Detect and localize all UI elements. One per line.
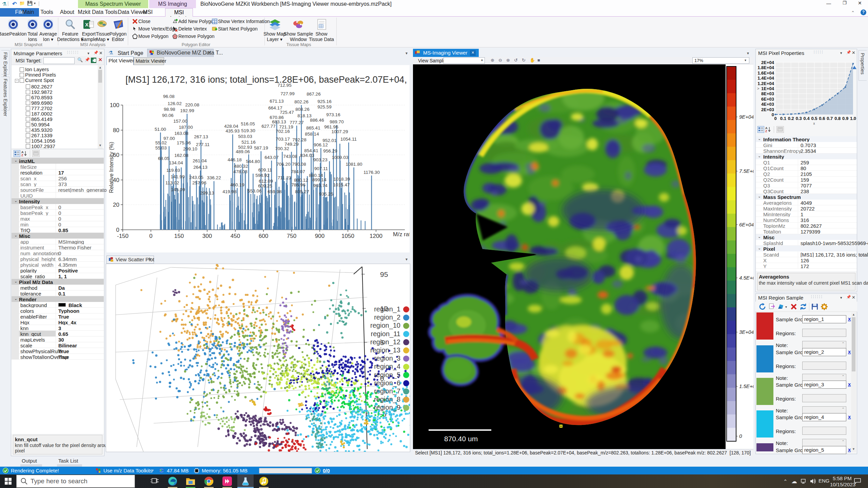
svg-text:162.08: 162.08 xyxy=(174,153,188,158)
svg-text:55.02: 55.02 xyxy=(155,140,167,145)
svg-text:119.03: 119.03 xyxy=(166,168,180,173)
svg-text:˃: ˃ xyxy=(757,86,759,90)
svg-text:900: 900 xyxy=(315,233,324,239)
svg-text:2E+03: 2E+03 xyxy=(761,107,774,112)
svg-text:800.12: 800.12 xyxy=(294,178,308,183)
svg-text:[MS1] 126,172, 316 ions; total: [MS1] 126,172, 316 ions; total_ions=1.28… xyxy=(125,75,410,85)
svg-text:1176.30: 1176.30 xyxy=(363,170,380,175)
svg-text:100: 100 xyxy=(110,102,119,108)
svg-text:683.13: 683.13 xyxy=(272,119,286,124)
svg-text:428.04: 428.04 xyxy=(224,124,238,129)
svg-text:267.13: 267.13 xyxy=(194,134,208,139)
svg-text:0.2: 0.2 xyxy=(788,116,794,121)
svg-text:Z: Z xyxy=(21,154,23,157)
svg-text:6E+03: 6E+03 xyxy=(761,97,774,102)
svg-text:834.03: 834.03 xyxy=(300,153,314,158)
svg-text:0: 0 xyxy=(772,112,774,117)
svg-text:region_3: region_3 xyxy=(374,354,400,362)
svg-text:808.26: 808.26 xyxy=(295,107,309,112)
svg-text:711.23: 711.23 xyxy=(278,175,291,180)
svg-text:935.25: 935.25 xyxy=(319,191,333,197)
svg-text:300: 300 xyxy=(202,233,212,239)
svg-text:98.98: 98.98 xyxy=(164,107,175,112)
svg-text:516.05: 516.05 xyxy=(241,121,255,126)
svg-text:3E+04: 3E+04 xyxy=(739,329,753,335)
svg-text:257.96: 257.96 xyxy=(192,180,206,185)
svg-text:903.74: 903.74 xyxy=(313,183,328,188)
svg-text:989.70: 989.70 xyxy=(330,119,343,124)
svg-text:907.11: 907.11 xyxy=(314,166,328,171)
svg-text:80: 80 xyxy=(113,127,119,134)
svg-text:519.30: 519.30 xyxy=(241,128,255,133)
svg-text:870.40 um: 870.40 um xyxy=(444,435,478,443)
svg-text:792.28: 792.28 xyxy=(292,137,306,142)
svg-text:51.00: 51.00 xyxy=(155,127,166,132)
svg-text:818.13: 818.13 xyxy=(297,113,311,118)
svg-text:609.11: 609.11 xyxy=(258,167,272,172)
svg-text:956.29: 956.29 xyxy=(323,148,337,154)
svg-text:703.17: 703.17 xyxy=(276,137,290,142)
svg-text:7.5E+04: 7.5E+04 xyxy=(739,168,753,174)
svg-text:643.07: 643.07 xyxy=(264,155,278,160)
svg-text:9E+04: 9E+04 xyxy=(739,114,753,120)
svg-text:157.00: 157.00 xyxy=(173,119,187,124)
svg-text:1.8E+04: 1.8E+04 xyxy=(757,65,774,70)
svg-text:2E+04: 2E+04 xyxy=(761,60,774,65)
svg-text:1.0: 1.0 xyxy=(850,116,856,121)
svg-text:0.3: 0.3 xyxy=(796,116,802,121)
svg-text:0.1: 0.1 xyxy=(780,116,786,121)
svg-text:x: x xyxy=(92,59,94,62)
svg-text:264.13: 264.13 xyxy=(193,165,207,170)
svg-text:95: 95 xyxy=(380,270,388,278)
svg-text:743.08: 743.08 xyxy=(283,154,297,159)
svg-text:region_9: region_9 xyxy=(374,404,400,411)
svg-text:544.80: 544.80 xyxy=(246,159,260,164)
svg-text:277.11: 277.11 xyxy=(196,142,210,147)
svg-text:786.96: 786.96 xyxy=(291,182,305,187)
svg-text:6E+04: 6E+04 xyxy=(739,222,753,227)
svg-text:1081.80: 1081.80 xyxy=(346,162,362,167)
svg-text:712.95: 712.95 xyxy=(277,83,291,88)
svg-text:903.23: 903.23 xyxy=(313,157,327,162)
svg-text:750: 750 xyxy=(287,233,296,239)
svg-text:1E+04: 1E+04 xyxy=(761,86,774,91)
svg-text:x: x xyxy=(813,122,815,125)
svg-text:113.02: 113.02 xyxy=(165,180,179,185)
svg-text:1018.39: 1018.39 xyxy=(334,177,350,182)
svg-text:865.41: 865.41 xyxy=(306,125,320,130)
svg-text:805.27: 805.27 xyxy=(295,189,309,194)
svg-text:region_11: region_11 xyxy=(371,330,400,338)
svg-text:802.26: 802.26 xyxy=(294,99,308,104)
svg-text:671.13: 671.13 xyxy=(270,99,283,104)
svg-text:664.17: 664.17 xyxy=(268,105,282,110)
svg-text:187.00: 187.00 xyxy=(179,125,193,130)
svg-text:region_13: region_13 xyxy=(370,346,400,354)
svg-text:706.20: 706.20 xyxy=(276,162,290,167)
svg-text:1200: 1200 xyxy=(370,233,382,239)
svg-text:1009.03: 1009.03 xyxy=(332,155,349,160)
svg-text:region_7: region_7 xyxy=(374,387,400,395)
svg-text:8E+03: 8E+03 xyxy=(761,91,774,96)
svg-text:899.14: 899.14 xyxy=(312,177,327,182)
svg-text:68.05: 68.05 xyxy=(158,156,170,161)
svg-text:478.03: 478.03 xyxy=(233,169,247,174)
svg-text:299.13: 299.13 xyxy=(200,190,214,196)
svg-text:0.8: 0.8 xyxy=(834,116,841,121)
svg-text:261.04: 261.04 xyxy=(193,158,207,163)
svg-text:952.01: 952.01 xyxy=(322,138,336,143)
svg-text:460.19: 460.19 xyxy=(230,182,244,187)
svg-text:925.59: 925.59 xyxy=(317,104,331,109)
svg-text:700.32: 700.32 xyxy=(275,146,289,151)
svg-text:906.12: 906.12 xyxy=(314,142,328,147)
svg-text:0: 0 xyxy=(116,227,119,233)
svg-text:659.98: 659.98 xyxy=(268,189,281,194)
svg-text:502.93: 502.93 xyxy=(238,145,252,150)
svg-text:region_12: region_12 xyxy=(370,338,400,346)
svg-text:55.03: 55.03 xyxy=(155,145,167,150)
svg-text:X: X xyxy=(85,22,88,27)
svg-text:503.03: 503.03 xyxy=(238,134,252,139)
svg-text:1.4E+04: 1.4E+04 xyxy=(757,76,774,81)
svg-text:region_4: region_4 xyxy=(374,363,400,370)
svg-text:721.19: 721.19 xyxy=(279,124,293,129)
svg-text:region_5: region_5 xyxy=(374,371,400,379)
